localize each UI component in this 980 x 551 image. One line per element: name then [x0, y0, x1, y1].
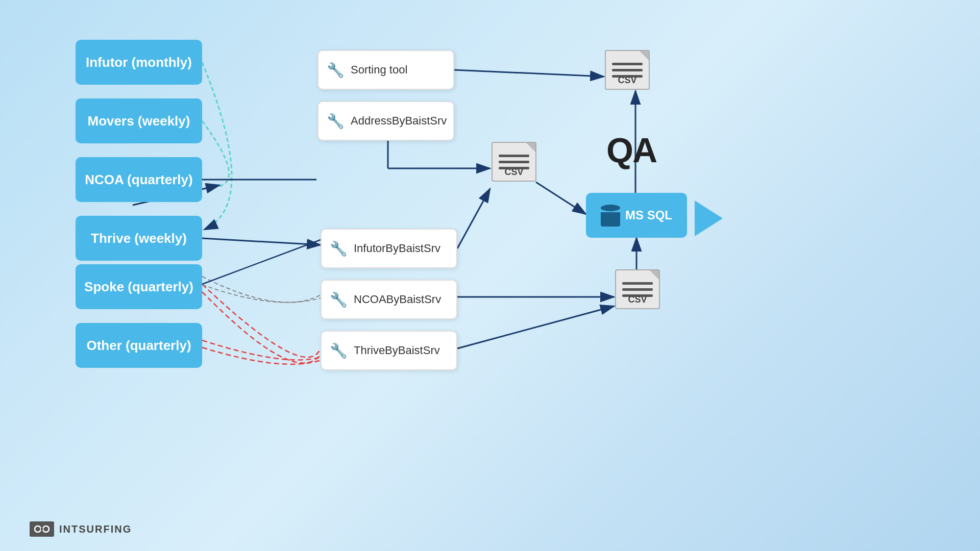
source-spoke: Spoke (quarterly) [76, 264, 202, 309]
diagram-container: Infutor (monthly) Movers (weekly) NCOA (… [0, 0, 980, 551]
wrench-icon-sorting: 🔧 [327, 62, 345, 79]
tool-thriveby-label: ThriveByBaistSrv [354, 344, 440, 357]
svg-line-11 [202, 238, 321, 245]
source-infutor-label: Infutor (monthly) [86, 55, 192, 70]
svg-line-9 [457, 306, 614, 348]
tool-address: 🔧 AddressByBaistSrv [317, 101, 454, 141]
mssql-box: MS SQL [586, 193, 687, 238]
tool-ncoaby-label: NCOAByBaistSrv [354, 293, 441, 306]
logo-text: INTSURFING [59, 523, 132, 535]
csv-line [612, 69, 643, 71]
source-other: Other (quarterly) [76, 323, 202, 368]
tool-ncoaby: 🔧 NCOAByBaistSrv [321, 280, 457, 319]
source-thrive: Thrive (weekly) [76, 216, 202, 261]
svg-line-12 [202, 240, 321, 284]
source-other-label: Other (quarterly) [86, 338, 191, 354]
csv-line [499, 161, 529, 163]
wrench-icon-ncoaby: 🔧 [330, 291, 348, 308]
source-infutor: Infutor (monthly) [76, 40, 202, 85]
qa-label: QA [606, 130, 656, 170]
csv-doc-bot: CSV [615, 269, 660, 309]
csv-line [622, 288, 653, 291]
svg-line-5 [536, 182, 586, 214]
source-movers-label: Movers (weekly) [88, 113, 190, 129]
wrench-icon-address: 🔧 [327, 113, 345, 130]
logo-icon [30, 521, 54, 537]
csv-line [622, 282, 653, 285]
wrench-icon-thriveby: 🔧 [330, 342, 348, 359]
tool-sorting: 🔧 Sorting tool [317, 50, 454, 90]
database-icon [601, 205, 620, 227]
csv-label-top: CSV [618, 75, 636, 86]
tool-sorting-label: Sorting tool [351, 63, 407, 77]
tool-infutorby-label: InfutorByBaistSrv [354, 242, 440, 255]
csv-top: CSV [605, 50, 650, 90]
csv-doc-mid: CSV [492, 142, 536, 182]
svg-line-4 [454, 70, 604, 77]
source-spoke-label: Spoke (quarterly) [84, 279, 193, 295]
output-arrow [693, 203, 724, 234]
wrench-icon-infutorby: 🔧 [330, 240, 348, 257]
csv-line [499, 155, 529, 157]
qa-text-span: QA [606, 131, 656, 169]
csv-doc-top: CSV [605, 50, 650, 90]
csv-mid: CSV [492, 142, 536, 182]
db-icon-top [601, 205, 620, 211]
tool-infutorby: 🔧 InfutorByBaistSrv [321, 229, 457, 268]
source-movers: Movers (weekly) [76, 98, 202, 143]
tool-address-label: AddressByBaistSrv [351, 114, 447, 128]
source-ncoa: NCOA (quarterly) [76, 157, 202, 202]
csv-label-mid: CSV [504, 167, 523, 178]
source-thrive-label: Thrive (weekly) [91, 231, 187, 246]
tool-thriveby: 🔧 ThriveByBaistSrv [321, 331, 457, 370]
csv-label-bot: CSV [628, 294, 647, 305]
csv-line [612, 63, 643, 65]
arrow-shape [695, 201, 723, 236]
csv-bot: CSV [615, 269, 660, 309]
db-icon-body [601, 212, 620, 227]
mssql-label: MS SQL [625, 208, 672, 222]
source-ncoa-label: NCOA (quarterly) [85, 172, 192, 188]
svg-line-7 [457, 189, 490, 248]
logo: INTSURFING [30, 521, 132, 537]
